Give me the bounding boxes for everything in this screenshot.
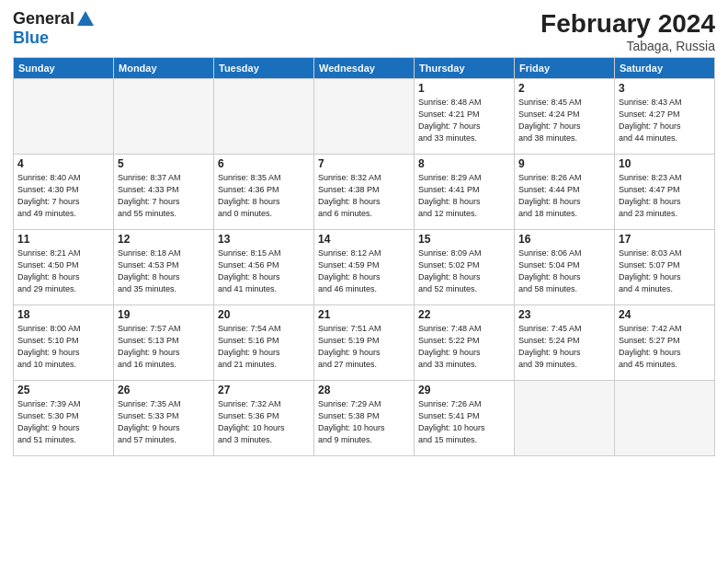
calendar-cell: 13Sunrise: 8:15 AM Sunset: 4:56 PM Dayli…: [214, 230, 314, 305]
cell-daylight-info: Sunrise: 8:00 AM Sunset: 5:10 PM Dayligh…: [17, 323, 109, 371]
day-number: 29: [418, 384, 510, 396]
calendar-week-row: 18Sunrise: 8:00 AM Sunset: 5:10 PM Dayli…: [14, 305, 715, 381]
day-number: 1: [418, 82, 510, 95]
day-number: 24: [619, 308, 711, 321]
calendar-cell: [615, 381, 715, 456]
calendar-table: SundayMondayTuesdayWednesdayThursdayFrid…: [13, 57, 715, 456]
calendar-cell: 20Sunrise: 7:54 AM Sunset: 5:16 PM Dayli…: [214, 305, 314, 381]
logo-icon: [75, 9, 96, 29]
day-number: 5: [118, 157, 210, 170]
day-number: 22: [418, 308, 510, 321]
day-number: 28: [318, 384, 410, 396]
calendar-cell: [114, 79, 214, 155]
weekday-header: Tuesday: [214, 58, 314, 79]
day-number: 7: [318, 157, 410, 170]
calendar-cell: 19Sunrise: 7:57 AM Sunset: 5:13 PM Dayli…: [114, 305, 214, 381]
calendar-cell: 16Sunrise: 8:06 AM Sunset: 5:04 PM Dayli…: [515, 230, 615, 305]
calendar-week-row: 1Sunrise: 8:48 AM Sunset: 4:21 PM Daylig…: [14, 79, 715, 155]
cell-daylight-info: Sunrise: 7:35 AM Sunset: 5:33 PM Dayligh…: [118, 398, 210, 446]
calendar-cell: 26Sunrise: 7:35 AM Sunset: 5:33 PM Dayli…: [114, 381, 214, 456]
logo-text: General: [13, 9, 96, 29]
weekday-header: Friday: [515, 58, 615, 79]
day-number: 20: [218, 308, 310, 321]
weekday-header: Monday: [114, 58, 214, 79]
day-number: 15: [418, 233, 510, 246]
calendar-cell: 21Sunrise: 7:51 AM Sunset: 5:19 PM Dayli…: [314, 305, 415, 381]
location: Tabaga, Russia: [540, 39, 715, 53]
day-number: 17: [619, 233, 711, 246]
calendar-cell: 6Sunrise: 8:35 AM Sunset: 4:36 PM Daylig…: [214, 155, 314, 230]
calendar-cell: 10Sunrise: 8:23 AM Sunset: 4:47 PM Dayli…: [615, 155, 715, 230]
calendar-week-row: 4Sunrise: 8:40 AM Sunset: 4:30 PM Daylig…: [14, 155, 715, 230]
header: General Blue February 2024 Tabaga, Russi…: [13, 9, 715, 53]
weekday-header: Sunday: [14, 58, 114, 79]
cell-daylight-info: Sunrise: 8:26 AM Sunset: 4:44 PM Dayligh…: [518, 172, 610, 220]
cell-daylight-info: Sunrise: 7:57 AM Sunset: 5:13 PM Dayligh…: [118, 323, 210, 371]
day-number: 6: [218, 157, 310, 170]
cell-daylight-info: Sunrise: 7:39 AM Sunset: 5:30 PM Dayligh…: [17, 398, 109, 446]
weekday-header: Wednesday: [314, 58, 415, 79]
day-number: 18: [17, 308, 109, 321]
calendar-cell: 5Sunrise: 8:37 AM Sunset: 4:33 PM Daylig…: [114, 155, 214, 230]
calendar-cell: 8Sunrise: 8:29 AM Sunset: 4:41 PM Daylig…: [415, 155, 515, 230]
calendar-cell: 3Sunrise: 8:43 AM Sunset: 4:27 PM Daylig…: [615, 79, 715, 155]
calendar-week-row: 11Sunrise: 8:21 AM Sunset: 4:50 PM Dayli…: [14, 230, 715, 305]
cell-daylight-info: Sunrise: 8:43 AM Sunset: 4:27 PM Dayligh…: [619, 97, 711, 144]
calendar-cell: [515, 381, 615, 456]
calendar-cell: 15Sunrise: 8:09 AM Sunset: 5:02 PM Dayli…: [415, 230, 515, 305]
title-block: February 2024 Tabaga, Russia: [540, 9, 715, 53]
cell-daylight-info: Sunrise: 7:48 AM Sunset: 5:22 PM Dayligh…: [418, 323, 510, 371]
calendar-cell: 9Sunrise: 8:26 AM Sunset: 4:44 PM Daylig…: [515, 155, 615, 230]
cell-daylight-info: Sunrise: 8:23 AM Sunset: 4:47 PM Dayligh…: [619, 172, 711, 220]
calendar-cell: 7Sunrise: 8:32 AM Sunset: 4:38 PM Daylig…: [314, 155, 415, 230]
logo: General Blue: [13, 9, 96, 48]
cell-daylight-info: Sunrise: 8:03 AM Sunset: 5:07 PM Dayligh…: [619, 247, 711, 295]
calendar-cell: [214, 79, 314, 155]
day-number: 11: [17, 233, 109, 246]
day-number: 19: [118, 308, 210, 321]
day-number: 21: [318, 308, 410, 321]
cell-daylight-info: Sunrise: 8:45 AM Sunset: 4:24 PM Dayligh…: [518, 97, 610, 144]
cell-daylight-info: Sunrise: 8:37 AM Sunset: 4:33 PM Dayligh…: [118, 172, 210, 220]
calendar-cell: 25Sunrise: 7:39 AM Sunset: 5:30 PM Dayli…: [14, 381, 114, 456]
cell-daylight-info: Sunrise: 7:32 AM Sunset: 5:36 PM Dayligh…: [218, 398, 310, 446]
calendar-cell: 17Sunrise: 8:03 AM Sunset: 5:07 PM Dayli…: [615, 230, 715, 305]
cell-daylight-info: Sunrise: 8:12 AM Sunset: 4:59 PM Dayligh…: [318, 247, 410, 295]
cell-daylight-info: Sunrise: 8:06 AM Sunset: 5:04 PM Dayligh…: [518, 247, 610, 295]
calendar-cell: 28Sunrise: 7:29 AM Sunset: 5:38 PM Dayli…: [314, 381, 415, 456]
cell-daylight-info: Sunrise: 8:32 AM Sunset: 4:38 PM Dayligh…: [318, 172, 410, 220]
cell-daylight-info: Sunrise: 7:45 AM Sunset: 5:24 PM Dayligh…: [518, 323, 610, 371]
day-number: 27: [218, 384, 310, 396]
logo-blue: Blue: [13, 29, 96, 48]
day-number: 3: [619, 82, 711, 95]
day-number: 4: [17, 157, 109, 170]
calendar-cell: 27Sunrise: 7:32 AM Sunset: 5:36 PM Dayli…: [214, 381, 314, 456]
calendar-week-row: 25Sunrise: 7:39 AM Sunset: 5:30 PM Dayli…: [14, 381, 715, 456]
day-number: 2: [518, 82, 610, 95]
page-container: General Blue February 2024 Tabaga, Russi…: [0, 0, 728, 462]
cell-daylight-info: Sunrise: 7:29 AM Sunset: 5:38 PM Dayligh…: [318, 398, 410, 446]
weekday-header-row: SundayMondayTuesdayWednesdayThursdayFrid…: [14, 58, 715, 79]
cell-daylight-info: Sunrise: 8:29 AM Sunset: 4:41 PM Dayligh…: [418, 172, 510, 220]
calendar-cell: 1Sunrise: 8:48 AM Sunset: 4:21 PM Daylig…: [415, 79, 515, 155]
day-number: 8: [418, 157, 510, 170]
calendar-cell: 2Sunrise: 8:45 AM Sunset: 4:24 PM Daylig…: [515, 79, 615, 155]
cell-daylight-info: Sunrise: 8:35 AM Sunset: 4:36 PM Dayligh…: [218, 172, 310, 220]
calendar-cell: [314, 79, 415, 155]
cell-daylight-info: Sunrise: 7:42 AM Sunset: 5:27 PM Dayligh…: [619, 323, 711, 371]
calendar-cell: 24Sunrise: 7:42 AM Sunset: 5:27 PM Dayli…: [615, 305, 715, 381]
calendar-cell: 23Sunrise: 7:45 AM Sunset: 5:24 PM Dayli…: [515, 305, 615, 381]
cell-daylight-info: Sunrise: 7:26 AM Sunset: 5:41 PM Dayligh…: [418, 398, 510, 446]
calendar-cell: 4Sunrise: 8:40 AM Sunset: 4:30 PM Daylig…: [14, 155, 114, 230]
svg-marker-0: [77, 11, 94, 26]
calendar-cell: 18Sunrise: 8:00 AM Sunset: 5:10 PM Dayli…: [14, 305, 114, 381]
day-number: 10: [619, 157, 711, 170]
cell-daylight-info: Sunrise: 8:18 AM Sunset: 4:53 PM Dayligh…: [118, 247, 210, 295]
cell-daylight-info: Sunrise: 8:15 AM Sunset: 4:56 PM Dayligh…: [218, 247, 310, 295]
calendar-cell: [14, 79, 114, 155]
calendar-cell: 11Sunrise: 8:21 AM Sunset: 4:50 PM Dayli…: [14, 230, 114, 305]
day-number: 9: [518, 157, 610, 170]
cell-daylight-info: Sunrise: 8:21 AM Sunset: 4:50 PM Dayligh…: [17, 247, 109, 295]
month-title: February 2024: [540, 9, 715, 39]
weekday-header: Saturday: [615, 58, 715, 79]
